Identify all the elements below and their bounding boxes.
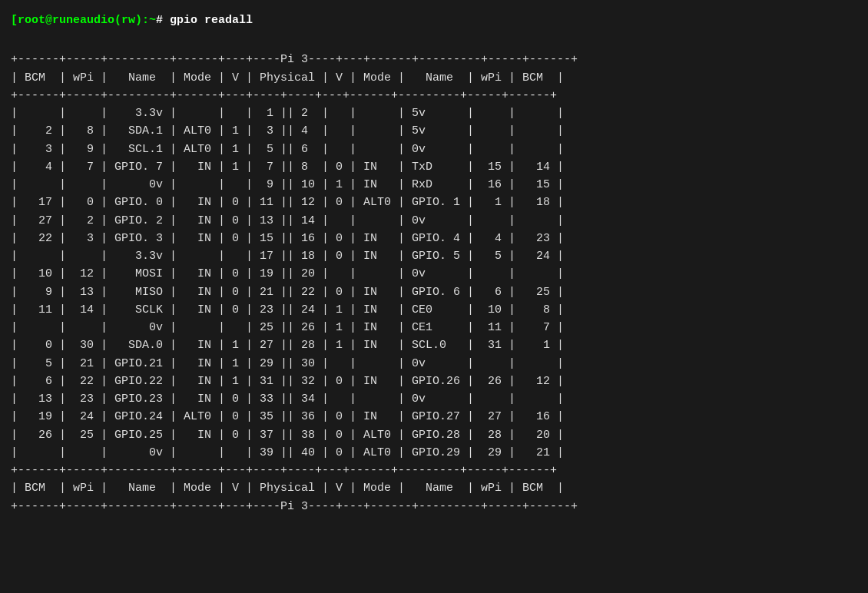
header-sep: +------+-----+---------+------+---+----+… <box>11 89 557 102</box>
row-7: | 27 | 2 | GPIO. 2 | IN | 0 | 13 || 14 |… <box>11 214 564 227</box>
top-border: +------+-----+---------+------+---+----P… <box>11 53 578 66</box>
row-14: | 0 | 30 | SDA.0 | IN | 1 | 27 || 28 | 1… <box>11 339 564 352</box>
row-13: | | | 0v | | | 25 || 26 | 1 | IN | CE1 |… <box>11 321 564 334</box>
row-6: | 17 | 0 | GPIO. 0 | IN | 0 | 11 || 12 |… <box>11 196 564 209</box>
bottom-border: +------+-----+---------+------+---+----P… <box>11 500 578 513</box>
gpio-table-container: +------+-----+---------+------+---+----P… <box>11 33 857 533</box>
row-1: | | | 3.3v | | | 1 || 2 | | | 5v | | | <box>11 107 564 120</box>
footer-row: | BCM | wPi | Name | Mode | V | Physical… <box>11 482 564 495</box>
prompt-user: [root@runeaudio(rw): <box>11 14 149 27</box>
footer-sep: +------+-----+---------+------+---+----+… <box>11 464 557 477</box>
row-17: | 13 | 23 | GPIO.23 | IN | 0 | 33 || 34 … <box>11 393 564 406</box>
row-5: | | | 0v | | | 9 || 10 | 1 | IN | RxD | … <box>11 178 564 191</box>
row-20: | | | 0v | | | 39 || 40 | 0 | ALT0 | GPI… <box>11 446 564 459</box>
row-4: | 4 | 7 | GPIO. 7 | IN | 1 | 7 || 8 | 0 … <box>11 161 564 174</box>
prompt-line: [root@runeaudio(rw):~# gpio readall <box>11 14 857 27</box>
row-19: | 26 | 25 | GPIO.25 | IN | 0 | 37 || 38 … <box>11 429 564 442</box>
header-row: | BCM | wPi | Name | Mode | V | Physical… <box>11 71 564 84</box>
prompt-cmd: # gpio readall <box>156 14 253 27</box>
prompt-path: ~ <box>149 14 156 27</box>
row-3: | 3 | 9 | SCL.1 | ALT0 | 1 | 5 || 6 | | … <box>11 143 564 156</box>
row-9: | | | 3.3v | | | 17 || 18 | 0 | IN | GPI… <box>11 250 564 263</box>
row-11: | 9 | 13 | MISO | IN | 0 | 21 || 22 | 0 … <box>11 286 564 299</box>
terminal: [root@runeaudio(rw):~# gpio readall +---… <box>8 8 860 539</box>
row-15: | 5 | 21 | GPIO.21 | IN | 1 | 29 || 30 |… <box>11 357 564 370</box>
row-16: | 6 | 22 | GPIO.22 | IN | 1 | 31 || 32 |… <box>11 375 564 388</box>
row-2: | 2 | 8 | SDA.1 | ALT0 | 1 | 3 || 4 | | … <box>11 124 564 137</box>
row-10: | 10 | 12 | MOSI | IN | 0 | 19 || 20 | |… <box>11 267 564 280</box>
row-8: | 22 | 3 | GPIO. 3 | IN | 0 | 15 || 16 |… <box>11 232 564 245</box>
row-18: | 19 | 24 | GPIO.24 | ALT0 | 0 | 35 || 3… <box>11 410 564 423</box>
row-12: | 11 | 14 | SCLK | IN | 0 | 23 || 24 | 1… <box>11 303 564 316</box>
